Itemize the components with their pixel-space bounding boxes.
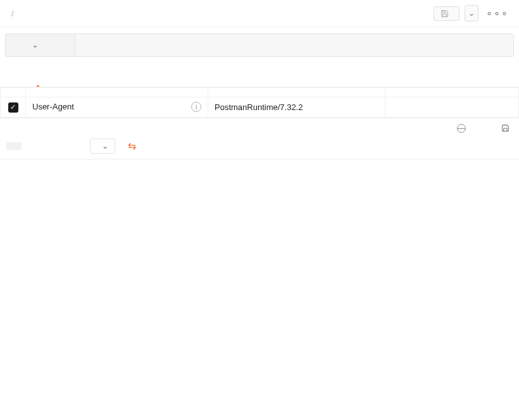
wrap-icon[interactable]: ⇆ (128, 140, 136, 152)
globe-icon[interactable] (457, 124, 466, 133)
top-bar: / ⌄ ∘∘∘ (0, 0, 519, 27)
line-number (0, 163, 25, 175)
table-row-empty (1, 88, 519, 97)
view-preview[interactable] (47, 142, 59, 150)
code-line (25, 247, 45, 259)
response-meta (457, 124, 513, 133)
header-key[interactable]: User-Agenti (26, 97, 208, 118)
info-icon[interactable]: i (191, 102, 201, 112)
view-pretty[interactable] (6, 142, 22, 150)
save-response-button[interactable] (501, 124, 513, 132)
code-line (25, 175, 65, 187)
response-bar (0, 118, 519, 133)
code-line (25, 187, 85, 199)
save-icon (441, 9, 449, 18)
method-select[interactable]: ⌄ (6, 34, 75, 56)
code-line (25, 163, 45, 175)
headers-table: ✓User-AgentiPostmanRuntime/7.32.2 (0, 87, 519, 118)
tab-headers[interactable] (37, 65, 39, 87)
line-number (0, 235, 25, 247)
line-number (0, 223, 25, 235)
request-tabs (0, 61, 519, 87)
table-row: ✓User-AgentiPostmanRuntime/7.32.2 (1, 97, 519, 118)
top-actions: ⌄ ∘∘∘ (434, 5, 511, 22)
line-number (0, 187, 25, 199)
save-icon (501, 124, 510, 132)
line-number (0, 175, 25, 187)
url-bar: ⌄ (5, 34, 514, 57)
more-button[interactable]: ∘∘∘ (484, 8, 511, 20)
chevron-down-icon: ⌄ (468, 9, 475, 18)
breadcrumb[interactable]: / (8, 9, 18, 18)
code-line (25, 235, 65, 247)
url-input[interactable] (75, 34, 513, 56)
save-button[interactable] (434, 6, 460, 21)
code-line (25, 211, 104, 223)
value-placeholder[interactable] (208, 88, 385, 97)
line-number (0, 199, 25, 211)
chevron-down-icon: ⌄ (32, 41, 38, 49)
chevron-down-icon: ⌄ (102, 142, 108, 151)
line-number (0, 247, 25, 259)
view-bar: ⌄ ⇆ (0, 133, 519, 159)
view-raw[interactable] (28, 142, 41, 150)
line-number (0, 211, 25, 223)
code-line (25, 223, 85, 235)
response-tabs (6, 123, 41, 133)
save-dropdown[interactable]: ⌄ (465, 5, 478, 22)
code-line (25, 199, 104, 211)
code-view[interactable] (0, 159, 519, 266)
key-placeholder[interactable] (26, 88, 208, 97)
breadcrumb-sep: / (11, 9, 14, 18)
lang-select[interactable]: ⌄ (90, 139, 115, 154)
header-value[interactable]: PostmanRuntime/7.32.2 (208, 97, 385, 118)
view-visualize[interactable] (66, 142, 78, 150)
checkbox[interactable]: ✓ (8, 102, 18, 113)
description-placeholder[interactable] (385, 88, 519, 97)
header-description[interactable] (385, 97, 519, 118)
